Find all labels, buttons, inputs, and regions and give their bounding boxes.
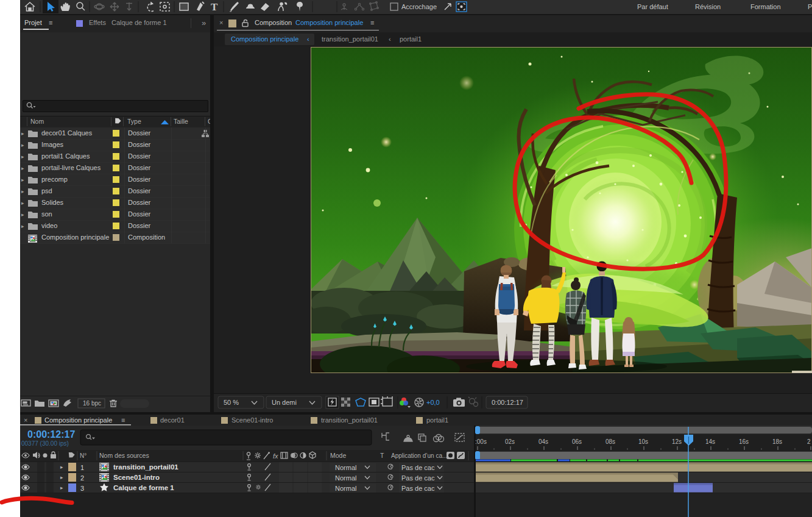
svg-text:transition_portail01: transition_portail01 xyxy=(321,416,378,424)
svg-text:Composition principale: Composition principale xyxy=(44,416,112,424)
svg-text:Nom des sources: Nom des sources xyxy=(99,452,149,459)
svg-text:T: T xyxy=(380,452,384,459)
svg-text:Dossier: Dossier xyxy=(128,210,151,218)
svg-text:▸: ▸ xyxy=(60,485,63,491)
svg-text:▸: ▸ xyxy=(21,142,24,148)
svg-text:≡: ≡ xyxy=(121,416,125,424)
svg-text:Dossier: Dossier xyxy=(128,199,151,206)
svg-text:Pas de cac: Pas de cac xyxy=(401,474,435,482)
svg-text:0:00:12:17: 0:00:12:17 xyxy=(27,429,75,440)
svg-text:12s: 12s xyxy=(672,438,682,445)
svg-text:Mode: Mode xyxy=(330,452,346,459)
svg-text:18s: 18s xyxy=(772,438,782,445)
svg-text:Composition principale: Composition principale xyxy=(41,234,109,241)
svg-text:▸: ▸ xyxy=(21,223,24,229)
svg-text:Scene01-intro: Scene01-intro xyxy=(231,416,274,424)
svg-text:Dossier: Dossier xyxy=(128,164,151,171)
svg-text:0:00:12:17: 0:00:12:17 xyxy=(492,399,523,406)
svg-text:decor01: decor01 xyxy=(160,416,185,424)
svg-text:Images: Images xyxy=(41,141,64,148)
svg-text:1: 1 xyxy=(80,464,84,471)
svg-text:Dossier: Dossier xyxy=(128,222,151,229)
svg-text:Dossier: Dossier xyxy=(128,141,151,148)
svg-text:Pas de cac: Pas de cac xyxy=(401,464,435,471)
svg-text:+0,0: +0,0 xyxy=(426,399,440,406)
svg-text:Dossier: Dossier xyxy=(128,187,151,194)
svg-text:2: 2 xyxy=(807,438,811,445)
svg-text:Composition: Composition xyxy=(128,234,165,241)
svg-text:▸: ▸ xyxy=(60,464,63,470)
svg-text:portail1 Calques: portail1 Calques xyxy=(41,152,90,160)
svg-text:Dossier: Dossier xyxy=(128,176,151,183)
svg-text:portail-livre Calques: portail-livre Calques xyxy=(41,164,101,171)
svg-text:Application d’un ca...: Application d’un ca... xyxy=(391,452,447,459)
svg-text:fx: fx xyxy=(273,452,278,460)
svg-text:02s: 02s xyxy=(505,438,515,445)
svg-text:Normal: Normal xyxy=(335,485,356,492)
svg-text:portail1: portail1 xyxy=(426,416,448,424)
svg-text:transition_portail01: transition_portail01 xyxy=(113,463,178,471)
svg-text:▸: ▸ xyxy=(21,130,24,137)
svg-text:×: × xyxy=(24,416,27,424)
svg-text:3: 3 xyxy=(80,485,84,492)
svg-text:Normal: Normal xyxy=(335,464,356,471)
svg-text:precomp: precomp xyxy=(41,176,68,183)
svg-text:Un demi: Un demi xyxy=(272,399,297,406)
svg-text:Scene01-intro: Scene01-intro xyxy=(113,474,160,481)
svg-text:▸: ▸ xyxy=(21,200,24,206)
svg-text:Accrochage: Accrochage xyxy=(401,3,437,10)
svg-text:Dossier: Dossier xyxy=(128,152,151,160)
svg-text::00s: :00s xyxy=(475,438,487,445)
svg-text:▸: ▸ xyxy=(21,212,24,218)
svg-text:▸: ▸ xyxy=(21,188,24,194)
svg-text:decor01 Calques: decor01 Calques xyxy=(41,129,93,137)
svg-text:08s: 08s xyxy=(605,438,615,445)
svg-text:▸: ▸ xyxy=(21,165,24,171)
svg-text:Pas de cac: Pas de cac xyxy=(401,485,435,492)
svg-text:14s: 14s xyxy=(705,438,715,445)
svg-text:▸: ▸ xyxy=(60,474,63,480)
svg-text:16s: 16s xyxy=(739,438,749,445)
svg-text:Calque de forme 1: Calque de forme 1 xyxy=(113,484,174,491)
svg-text:N°: N° xyxy=(80,452,86,459)
svg-text:2: 2 xyxy=(80,474,84,482)
svg-text:16 bpc: 16 bpc xyxy=(83,400,101,407)
svg-text:Solides: Solides xyxy=(41,199,64,206)
svg-text:▸: ▸ xyxy=(21,154,24,160)
svg-text:10s: 10s xyxy=(638,438,648,445)
svg-text:video: video xyxy=(41,222,57,229)
svg-text:50 %: 50 % xyxy=(224,399,239,406)
svg-text:Dossier: Dossier xyxy=(128,129,151,137)
svg-text:son: son xyxy=(41,210,52,218)
svg-text:04s: 04s xyxy=(538,438,548,445)
svg-text:psd: psd xyxy=(41,187,52,194)
svg-text:T: T xyxy=(211,1,218,13)
svg-text:00377 (30.00 ips): 00377 (30.00 ips) xyxy=(21,440,69,447)
svg-text:Normal: Normal xyxy=(335,474,356,482)
svg-text:▸: ▸ xyxy=(21,177,24,183)
svg-text:06s: 06s xyxy=(572,438,582,445)
